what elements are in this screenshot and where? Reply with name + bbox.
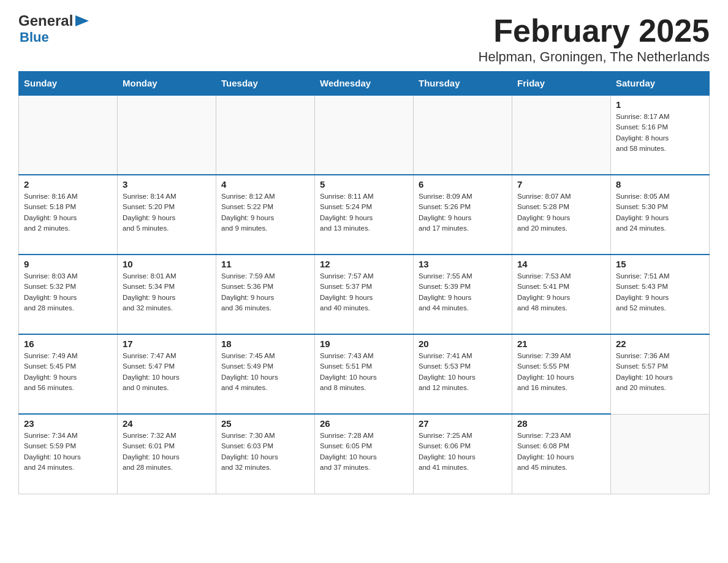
day-number: 12 <box>320 259 408 269</box>
day-info: Sunrise: 7:28 AM Sunset: 6:05 PM Dayligh… <box>320 431 408 473</box>
day-info: Sunrise: 7:53 AM Sunset: 5:41 PM Dayligh… <box>517 271 605 313</box>
day-info: Sunrise: 8:12 AM Sunset: 5:22 PM Dayligh… <box>221 191 309 234</box>
day-number: 25 <box>221 418 309 429</box>
day-number: 3 <box>123 179 211 190</box>
page-header: General Blue February 2025 Helpman, Gron… <box>18 12 710 65</box>
calendar-cell: 22Sunrise: 7:36 AM Sunset: 5:57 PM Dayli… <box>611 334 710 414</box>
day-number: 2 <box>24 179 112 190</box>
calendar-cell: 28Sunrise: 7:23 AM Sunset: 6:08 PM Dayli… <box>512 414 611 494</box>
calendar-cell: 23Sunrise: 7:34 AM Sunset: 5:59 PM Dayli… <box>19 414 118 494</box>
weekday-header-sunday: Sunday <box>19 72 118 96</box>
calendar-cell: 21Sunrise: 7:39 AM Sunset: 5:55 PM Dayli… <box>512 334 611 414</box>
day-number: 21 <box>517 339 605 349</box>
calendar-cell: 14Sunrise: 7:53 AM Sunset: 5:41 PM Dayli… <box>512 255 611 334</box>
day-info: Sunrise: 8:01 AM Sunset: 5:34 PM Dayligh… <box>123 271 211 313</box>
day-number: 28 <box>517 418 605 429</box>
calendar-cell: 26Sunrise: 7:28 AM Sunset: 6:05 PM Dayli… <box>315 414 414 494</box>
weekday-header-friday: Friday <box>512 72 611 96</box>
calendar-cell: 11Sunrise: 7:59 AM Sunset: 5:36 PM Dayli… <box>216 255 315 334</box>
day-number: 11 <box>221 259 309 269</box>
calendar-cell: 8Sunrise: 8:05 AM Sunset: 5:30 PM Daylig… <box>611 175 710 255</box>
day-number: 15 <box>616 259 704 269</box>
logo-triangle-icon <box>73 14 90 28</box>
calendar-cell: 7Sunrise: 8:07 AM Sunset: 5:28 PM Daylig… <box>512 175 611 255</box>
calendar-week-1: 1Sunrise: 8:17 AM Sunset: 5:16 PM Daylig… <box>19 95 710 175</box>
day-number: 4 <box>221 179 309 190</box>
calendar-cell: 17Sunrise: 7:47 AM Sunset: 5:47 PM Dayli… <box>118 334 216 414</box>
day-number: 5 <box>320 179 408 190</box>
day-number: 20 <box>419 339 507 349</box>
calendar-cell: 2Sunrise: 8:16 AM Sunset: 5:18 PM Daylig… <box>19 175 118 255</box>
day-number: 17 <box>123 339 211 349</box>
day-info: Sunrise: 7:49 AM Sunset: 5:45 PM Dayligh… <box>24 351 112 393</box>
day-info: Sunrise: 7:59 AM Sunset: 5:36 PM Dayligh… <box>221 271 309 313</box>
day-info: Sunrise: 7:41 AM Sunset: 5:53 PM Dayligh… <box>419 351 507 393</box>
calendar-cell <box>315 95 414 175</box>
calendar-cell: 13Sunrise: 7:55 AM Sunset: 5:39 PM Dayli… <box>414 255 512 334</box>
day-info: Sunrise: 8:14 AM Sunset: 5:20 PM Dayligh… <box>123 191 211 234</box>
calendar-cell: 24Sunrise: 7:32 AM Sunset: 6:01 PM Dayli… <box>118 414 216 494</box>
day-number: 27 <box>419 418 507 429</box>
day-number: 9 <box>24 259 112 269</box>
weekday-header-monday: Monday <box>118 72 216 96</box>
day-info: Sunrise: 8:11 AM Sunset: 5:24 PM Dayligh… <box>320 191 408 234</box>
day-number: 23 <box>24 418 112 429</box>
calendar-cell: 20Sunrise: 7:41 AM Sunset: 5:53 PM Dayli… <box>414 334 512 414</box>
day-number: 6 <box>419 179 507 190</box>
logo-general-text: General <box>18 12 73 29</box>
calendar-cell: 5Sunrise: 8:11 AM Sunset: 5:24 PM Daylig… <box>315 175 414 255</box>
calendar-header-row: SundayMondayTuesdayWednesdayThursdayFrid… <box>19 72 710 96</box>
svg-marker-0 <box>75 15 89 26</box>
calendar-cell <box>611 414 710 494</box>
day-number: 18 <box>221 339 309 349</box>
day-info: Sunrise: 7:57 AM Sunset: 5:37 PM Dayligh… <box>320 271 408 313</box>
calendar-cell <box>118 95 216 175</box>
day-info: Sunrise: 7:34 AM Sunset: 5:59 PM Dayligh… <box>24 431 112 473</box>
logo: General Blue <box>18 12 90 45</box>
day-info: Sunrise: 8:16 AM Sunset: 5:18 PM Dayligh… <box>24 191 112 234</box>
day-info: Sunrise: 8:09 AM Sunset: 5:26 PM Dayligh… <box>419 191 507 234</box>
calendar-week-5: 23Sunrise: 7:34 AM Sunset: 5:59 PM Dayli… <box>19 414 710 494</box>
page-subtitle: Helpman, Groningen, The Netherlands <box>479 49 710 65</box>
day-number: 22 <box>616 339 704 349</box>
day-info: Sunrise: 8:03 AM Sunset: 5:32 PM Dayligh… <box>24 271 112 313</box>
page-title: February 2025 <box>479 12 710 49</box>
day-info: Sunrise: 7:51 AM Sunset: 5:43 PM Dayligh… <box>616 271 704 313</box>
calendar-cell <box>414 95 512 175</box>
day-info: Sunrise: 7:25 AM Sunset: 6:06 PM Dayligh… <box>419 431 507 473</box>
day-number: 19 <box>320 339 408 349</box>
title-block: February 2025 Helpman, Groningen, The Ne… <box>479 12 710 65</box>
day-info: Sunrise: 7:45 AM Sunset: 5:49 PM Dayligh… <box>221 351 309 393</box>
day-info: Sunrise: 7:43 AM Sunset: 5:51 PM Dayligh… <box>320 351 408 393</box>
calendar-cell: 4Sunrise: 8:12 AM Sunset: 5:22 PM Daylig… <box>216 175 315 255</box>
day-number: 10 <box>123 259 211 269</box>
calendar-cell <box>512 95 611 175</box>
day-number: 8 <box>616 179 704 190</box>
calendar-week-4: 16Sunrise: 7:49 AM Sunset: 5:45 PM Dayli… <box>19 334 710 414</box>
calendar-cell: 1Sunrise: 8:17 AM Sunset: 5:16 PM Daylig… <box>611 95 710 175</box>
day-info: Sunrise: 8:07 AM Sunset: 5:28 PM Dayligh… <box>517 191 605 234</box>
day-number: 13 <box>419 259 507 269</box>
day-info: Sunrise: 7:55 AM Sunset: 5:39 PM Dayligh… <box>419 271 507 313</box>
day-number: 14 <box>517 259 605 269</box>
weekday-header-tuesday: Tuesday <box>216 72 315 96</box>
day-number: 1 <box>616 99 704 110</box>
calendar-cell: 15Sunrise: 7:51 AM Sunset: 5:43 PM Dayli… <box>611 255 710 334</box>
calendar-cell: 9Sunrise: 8:03 AM Sunset: 5:32 PM Daylig… <box>19 255 118 334</box>
calendar-cell: 16Sunrise: 7:49 AM Sunset: 5:45 PM Dayli… <box>19 334 118 414</box>
day-info: Sunrise: 7:23 AM Sunset: 6:08 PM Dayligh… <box>517 431 605 473</box>
calendar-cell: 25Sunrise: 7:30 AM Sunset: 6:03 PM Dayli… <box>216 414 315 494</box>
day-info: Sunrise: 7:32 AM Sunset: 6:01 PM Dayligh… <box>123 431 211 473</box>
calendar-week-3: 9Sunrise: 8:03 AM Sunset: 5:32 PM Daylig… <box>19 255 710 334</box>
calendar-cell <box>216 95 315 175</box>
weekday-header-saturday: Saturday <box>611 72 710 96</box>
day-number: 16 <box>24 339 112 349</box>
day-info: Sunrise: 7:39 AM Sunset: 5:55 PM Dayligh… <box>517 351 605 393</box>
weekday-header-wednesday: Wednesday <box>315 72 414 96</box>
weekday-header-thursday: Thursday <box>414 72 512 96</box>
day-number: 26 <box>320 418 408 429</box>
calendar-cell: 6Sunrise: 8:09 AM Sunset: 5:26 PM Daylig… <box>414 175 512 255</box>
calendar-cell <box>19 95 118 175</box>
day-number: 24 <box>123 418 211 429</box>
calendar-cell: 27Sunrise: 7:25 AM Sunset: 6:06 PM Dayli… <box>414 414 512 494</box>
